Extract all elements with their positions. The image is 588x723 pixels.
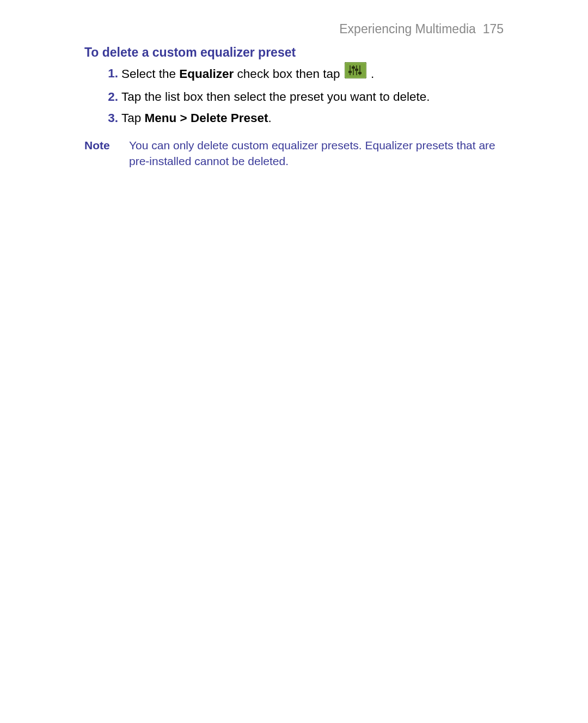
step-text: Select the Equalizer check box then tap …: [121, 63, 504, 86]
steps-list: 1. Select the Equalizer check box then t…: [84, 63, 504, 128]
svg-rect-7: [355, 69, 358, 71]
chapter-title: Experiencing Multimedia: [339, 22, 476, 36]
step-text: Tap the list box then select the preset …: [121, 87, 504, 107]
page-number: 175: [483, 22, 504, 36]
step-1: 1. Select the Equalizer check box then t…: [101, 63, 504, 86]
note-label: Note: [84, 138, 129, 169]
step-number: 1.: [101, 63, 118, 86]
page-header: Experiencing Multimedia 175: [84, 22, 504, 37]
step-2: 2. Tap the list box then select the pres…: [101, 87, 504, 107]
svg-rect-5: [352, 66, 355, 69]
step-number: 2.: [101, 87, 118, 107]
svg-rect-9: [358, 72, 362, 74]
note-text: You can only delete custom equalizer pre…: [129, 138, 504, 169]
section-heading: To delete a custom equalizer preset: [84, 45, 504, 60]
step-number: 3.: [101, 108, 118, 128]
equalizer-icon: [345, 62, 366, 84]
note-block: Note You can only delete custom equalize…: [84, 138, 504, 169]
svg-rect-3: [348, 71, 352, 73]
step-text: Tap Menu > Delete Preset.: [121, 108, 504, 128]
step-3: 3. Tap Menu > Delete Preset.: [101, 108, 504, 128]
